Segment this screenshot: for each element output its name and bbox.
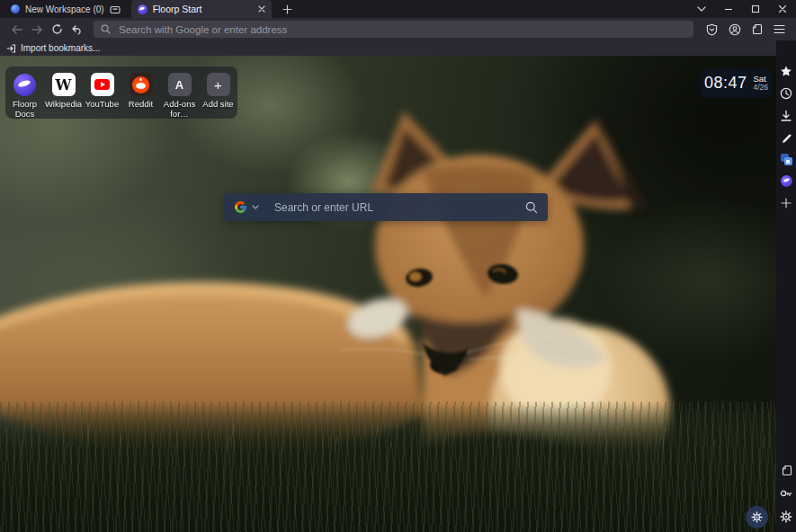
shortcut-label: YouTube: [82, 100, 123, 110]
shortcut-addons[interactable]: A Add-ons for…: [160, 73, 199, 119]
import-icon: [6, 44, 16, 53]
sidebar-settings-gear-icon[interactable]: [779, 510, 793, 524]
container-icon[interactable]: [110, 4, 121, 14]
web-panel-translate-icon[interactable]: [781, 154, 792, 165]
list-all-tabs-button[interactable]: [688, 0, 715, 18]
workspace-icon: [11, 4, 20, 13]
newtab-search-bar[interactable]: [224, 193, 548, 221]
gear-icon: [751, 511, 763, 523]
history-clock-icon[interactable]: [779, 86, 793, 101]
back-button[interactable]: [7, 21, 27, 39]
sidebar-toggle-icon[interactable]: [747, 21, 766, 39]
keep-sidebar-icon[interactable]: [779, 463, 793, 477]
clock-date: 4/26: [754, 84, 769, 92]
grass-foreground: [0, 404, 776, 532]
workspace-selector[interactable]: New Workspace (0): [11, 4, 121, 14]
search-icon: [101, 24, 111, 34]
tab-floorp-start[interactable]: Floorp Start: [131, 0, 272, 18]
shortcut-label: Wikipedia: [43, 100, 85, 110]
tab-close-icon[interactable]: [258, 5, 265, 13]
import-bookmarks-label: Import bookmarks...: [21, 43, 100, 53]
toolbar-right-buttons: [702, 21, 789, 39]
close-button[interactable]: [769, 0, 796, 18]
minimize-button[interactable]: [715, 0, 742, 18]
tab-title: Floorp Start: [153, 4, 253, 14]
bookmarks-star-icon[interactable]: [779, 64, 793, 78]
add-panel-plus-icon[interactable]: [779, 196, 793, 210]
browser-manager-sidebar: [776, 40, 796, 532]
account-icon[interactable]: [725, 21, 744, 39]
shortcut-add-site[interactable]: + Add site: [199, 73, 237, 119]
shortcut-label: Floorp Docs: [4, 100, 46, 120]
browser-window: New Workspace (0) Floorp Start: [0, 0, 796, 532]
tab-bar: New Workspace (0) Floorp Start: [0, 0, 796, 18]
shortcut-floorp-docs[interactable]: Floorp Docs: [5, 73, 44, 119]
sidebar-bottom-group: [779, 463, 793, 524]
maximize-button[interactable]: [742, 0, 769, 18]
web-panel-floorp-icon[interactable]: [779, 173, 793, 188]
shortcut-label: Reddit: [121, 100, 162, 110]
privacy-shield-icon[interactable]: [702, 21, 721, 39]
nav-toolbar: [0, 18, 796, 40]
menu-hamburger-icon[interactable]: [770, 21, 789, 39]
new-tab-button[interactable]: [282, 4, 292, 14]
floorp-favicon-icon: [138, 4, 148, 14]
reddit-icon: [130, 73, 153, 96]
fox-photo-illustration: [0, 56, 776, 532]
wikipedia-icon: W: [52, 73, 76, 96]
shortcut-reddit[interactable]: Reddit: [121, 73, 160, 119]
shortcut-wikipedia[interactable]: W Wikipedia: [44, 73, 83, 119]
passwords-key-icon[interactable]: [779, 486, 793, 501]
reload-button[interactable]: [47, 21, 67, 39]
address-bar[interactable]: [94, 21, 693, 38]
workspace-label: New Workspace (0): [25, 4, 104, 14]
forward-button[interactable]: [27, 21, 47, 39]
newtab-page: Floorp Docs W Wikipedia YouTube Reddit A…: [0, 56, 776, 532]
shortcuts-panel: Floorp Docs W Wikipedia YouTube Reddit A…: [5, 66, 237, 119]
clock-widget: 08:47 Sat 4/26: [701, 68, 772, 98]
undo-close-tab-button[interactable]: [67, 21, 86, 39]
shortcut-label: Add site: [198, 100, 239, 110]
page-settings-button[interactable]: [746, 506, 768, 528]
notes-pencil-icon[interactable]: [779, 131, 793, 146]
address-input[interactable]: [117, 23, 686, 36]
shortcut-youtube[interactable]: YouTube: [83, 73, 121, 119]
addons-icon: A: [168, 73, 192, 96]
shortcut-label: Add-ons for…: [159, 100, 201, 120]
bookmarks-bar: Import bookmarks...: [0, 40, 776, 56]
floorp-docs-icon: [13, 74, 36, 96]
engine-chevron-icon[interactable]: [252, 205, 259, 209]
search-submit-icon[interactable]: [525, 201, 538, 214]
add-site-plus-icon: +: [207, 73, 230, 96]
google-logo-icon[interactable]: [234, 200, 247, 214]
newtab-search-input[interactable]: [273, 200, 521, 215]
import-bookmarks-button[interactable]: Import bookmarks...: [6, 43, 100, 53]
clock-time: 08:47: [704, 74, 747, 93]
downloads-icon[interactable]: [779, 109, 793, 123]
youtube-icon: [91, 73, 114, 96]
